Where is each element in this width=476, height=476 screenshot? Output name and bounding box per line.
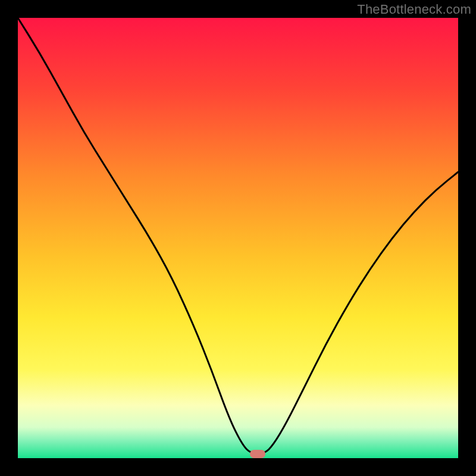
minimum-marker (250, 450, 265, 458)
watermark-label: TheBottleneck.com (357, 2, 471, 17)
chart-frame: TheBottleneck.com (0, 0, 476, 476)
curve-layer (18, 18, 458, 458)
bottleneck-curve (18, 18, 458, 454)
